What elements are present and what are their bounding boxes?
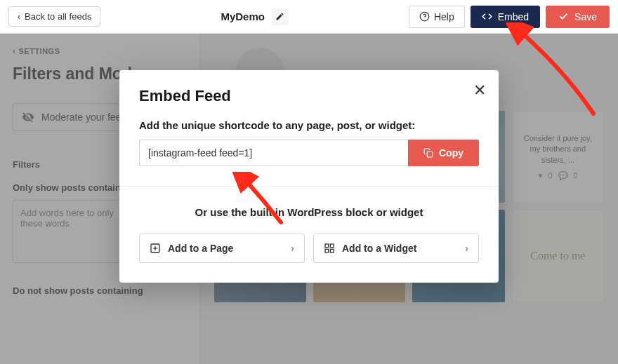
svg-rect-1 <box>427 151 433 157</box>
modal-close-button[interactable]: ✕ <box>473 81 486 100</box>
svg-rect-6 <box>330 244 334 248</box>
svg-rect-7 <box>330 249 334 252</box>
svg-rect-5 <box>325 244 329 248</box>
page-plus-icon <box>150 243 161 254</box>
close-icon: ✕ <box>473 81 486 99</box>
top-bar: ‹ Back to all feeds MyDemo Help Embed Sa… <box>0 0 618 34</box>
modal-overlay: ✕ Embed Feed Add the unique shortcode to… <box>0 34 618 364</box>
add-to-page-button[interactable]: Add to a Page › <box>139 234 305 263</box>
edit-title-button[interactable] <box>272 8 289 25</box>
top-actions: Help Embed Save <box>409 6 610 28</box>
modal-or-text: Or use the built in WordPress block or w… <box>139 206 479 218</box>
check-icon <box>558 11 569 22</box>
help-icon <box>419 11 430 22</box>
back-label: Back to all feeds <box>25 11 91 22</box>
copy-button[interactable]: Copy <box>408 140 479 166</box>
help-label: Help <box>434 11 454 22</box>
add-page-label: Add to a Page <box>168 243 233 254</box>
embed-button[interactable]: Embed <box>471 6 540 28</box>
feed-title: MyDemo <box>221 11 265 22</box>
svg-rect-8 <box>325 249 329 252</box>
copy-label: Copy <box>439 147 464 159</box>
shortcode-input[interactable] <box>139 140 408 166</box>
modal-actions: Add to a Page › Add to a Widget › <box>139 234 479 263</box>
embed-modal: ✕ Embed Feed Add the unique shortcode to… <box>119 70 499 283</box>
feed-title-wrap: MyDemo <box>100 8 409 25</box>
modal-divider <box>119 186 499 187</box>
pencil-icon <box>275 12 284 21</box>
add-widget-label: Add to a Widget <box>342 243 416 254</box>
back-to-feeds-button[interactable]: ‹ Back to all feeds <box>8 6 100 27</box>
code-icon <box>482 11 492 22</box>
add-to-widget-button[interactable]: Add to a Widget › <box>313 234 479 263</box>
modal-subtitle: Add the unique shortcode to any page, po… <box>139 119 479 131</box>
help-button[interactable]: Help <box>409 6 465 28</box>
save-button[interactable]: Save <box>546 6 610 28</box>
widget-icon <box>324 243 335 254</box>
chevron-left-icon: ‹ <box>18 12 20 22</box>
shortcode-row: Copy <box>139 140 479 166</box>
chevron-right-icon: › <box>465 243 468 254</box>
modal-title: Embed Feed <box>139 87 479 105</box>
embed-label: Embed <box>498 11 529 22</box>
save-label: Save <box>574 11 597 22</box>
copy-icon <box>423 148 433 158</box>
chevron-right-icon: › <box>291 243 294 254</box>
